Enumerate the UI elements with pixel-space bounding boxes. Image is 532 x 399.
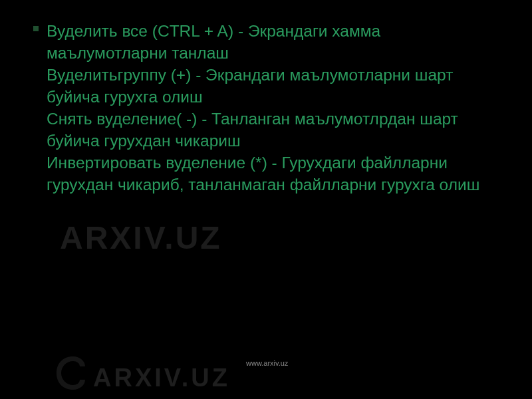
slide-bullet-text: Вуделить все (CTRL + A) - Экрандаги хамм… xyxy=(47,20,499,196)
watermark-text-lower: ARXIV.UZ xyxy=(93,364,230,392)
slide-body: Вуделить все (CTRL + A) - Экрандаги хамм… xyxy=(47,20,499,196)
footer-url: www.arxiv.uz xyxy=(246,359,288,367)
slide-container: ARXIV.UZ Вуделить все (CTRL + A) - Экран… xyxy=(0,0,532,399)
logo-icon xyxy=(53,353,93,396)
watermark-text-upper: ARXIV.UZ xyxy=(60,219,222,256)
bullet-icon xyxy=(33,26,39,31)
